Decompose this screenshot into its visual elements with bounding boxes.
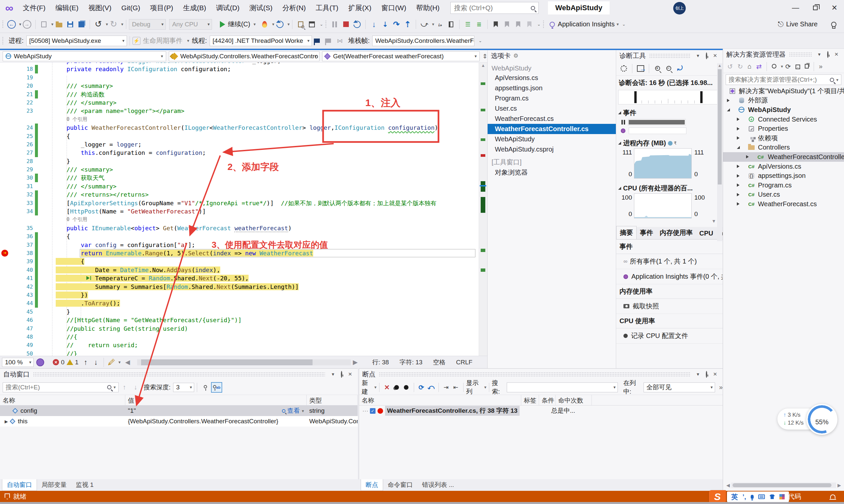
- tree-item[interactable]: 依赖项: [723, 133, 844, 143]
- pending-changes-filter-icon[interactable]: [772, 62, 776, 70]
- code-line[interactable]: 25 {: [0, 132, 479, 140]
- undo-button[interactable]: ↺: [93, 19, 104, 30]
- panel-tab[interactable]: 命令窗口: [383, 479, 417, 491]
- open-document-item[interactable]: ApiVersions.cs: [488, 73, 616, 83]
- live-share-presence-icon[interactable]: [36, 358, 44, 366]
- codelens-row[interactable]: 0 个引用: [0, 215, 479, 224]
- thread-dropdown[interactable]: [44240] .NET ThreadPool Worke▾: [210, 36, 312, 46]
- show-all-files-icon[interactable]: [805, 62, 809, 70]
- toggle-bookmark-button[interactable]: [490, 19, 501, 30]
- live-share-button[interactable]: ⎋ Live Share: [778, 20, 817, 29]
- diag-export-button[interactable]: [635, 63, 646, 74]
- chevron-right-icon[interactable]: [737, 193, 740, 196]
- solution-search-input[interactable]: 搜索解决方案资源管理器(Ctrl+;) ▾: [726, 74, 841, 85]
- tree-item[interactable]: C#WeatherForecastController.cs: [723, 152, 844, 162]
- hscroll-left-icon[interactable]: ◀: [125, 358, 130, 366]
- prev-bookmark-button[interactable]: [501, 19, 513, 30]
- code-line[interactable]: 44 .ToArray();: [0, 299, 479, 307]
- menu-item[interactable]: 调试(D): [211, 0, 244, 16]
- close-button[interactable]: ✕: [825, 0, 844, 16]
- go-to-source-icon[interactable]: ⇥: [442, 382, 451, 393]
- lifecycle-events-button[interactable]: 生命周期事件: [143, 36, 183, 45]
- code-line[interactable]: 29 /// <summary>: [0, 165, 479, 174]
- expander-icon[interactable]: ▶: [5, 419, 8, 424]
- pin-values-ab-button[interactable]: ab: [211, 382, 222, 393]
- tree-item[interactable]: +Connected Services: [723, 115, 844, 124]
- code-line[interactable]: 40 Date = DateTime.Now.AddDays(index),: [0, 266, 479, 274]
- iis-express-button[interactable]: [306, 19, 317, 30]
- diagnostics-scrollbar[interactable]: ▲: [717, 63, 722, 241]
- save-button[interactable]: [65, 19, 76, 30]
- next-bookmark-button[interactable]: [513, 19, 524, 30]
- diag-zoom-out-button[interactable]: −: [663, 63, 674, 74]
- chevron-right-icon[interactable]: [737, 165, 740, 168]
- code-line[interactable]: 36 {: [0, 232, 479, 240]
- find-in-code-button[interactable]: [295, 19, 306, 30]
- diag-zoom-in-button[interactable]: +: [652, 63, 663, 74]
- memory-section-header[interactable]: 进程内存 (MB) ₹: [616, 137, 723, 148]
- cpu-section-header[interactable]: CPU (所有处理器的百...: [616, 182, 723, 193]
- export-breakpoints-icon[interactable]: ⟳: [416, 382, 426, 393]
- minimize-button[interactable]: —: [786, 0, 805, 16]
- open-document-item[interactable]: WeatherForecastController.cs: [488, 124, 616, 134]
- go-to-disassembly-icon[interactable]: ⇤: [451, 382, 461, 393]
- tree-item[interactable]: 外部源: [723, 96, 844, 105]
- codelens-references[interactable]: 0 个引用: [0, 115, 479, 124]
- code-line[interactable]: 17 private readonly ILogger<WeatherForec…: [0, 62, 479, 65]
- diag-settings-button[interactable]: [618, 63, 630, 74]
- pin-icon[interactable]: [702, 372, 711, 377]
- pin-icon[interactable]: [702, 53, 711, 59]
- breakpoint-hit-icon[interactable]: ➜: [1, 250, 8, 257]
- step-into-button[interactable]: ⇣: [379, 19, 391, 30]
- code-line[interactable]: 19: [0, 73, 479, 82]
- code-line[interactable]: 43 }): [0, 291, 479, 299]
- events-section-header[interactable]: 事件: [616, 106, 723, 118]
- breakpoint-checkbox[interactable]: ✓: [370, 408, 376, 414]
- close-icon[interactable]: ✕: [346, 371, 355, 377]
- search-down-icon[interactable]: ↓: [130, 382, 141, 393]
- column-condition[interactable]: 条件: [539, 395, 555, 405]
- run-to-cursor-button[interactable]: ⭟: [434, 19, 445, 30]
- take-snapshot-link[interactable]: 截取快照: [616, 299, 723, 314]
- code-line[interactable]: 47 //public string Get(string userid): [0, 324, 479, 333]
- show-next-statement-button[interactable]: ↓: [368, 19, 379, 30]
- menu-item[interactable]: 分析(N): [277, 0, 311, 16]
- step-over-button[interactable]: ↷: [391, 19, 402, 30]
- window-menu-icon[interactable]: ▾: [815, 51, 824, 57]
- menu-item[interactable]: 帮助(H): [411, 0, 444, 16]
- flag-gray-button[interactable]: [323, 36, 334, 46]
- chevron-right-icon[interactable]: [737, 183, 740, 187]
- code-line[interactable]: 42 Summary = Summaries[Random.Shared.Nex…: [0, 283, 479, 291]
- diagnostics-timeline[interactable]: [618, 90, 719, 104]
- collapse-all-icon[interactable]: −: [795, 62, 800, 70]
- open-document-item[interactable]: appsettings.json: [488, 83, 616, 93]
- code-line[interactable]: 23 /// <param name="logger"></param>: [0, 107, 479, 115]
- quick-search-input[interactable]: 搜索 (Ctrl+Q): [450, 2, 539, 14]
- pause-button[interactable]: [329, 19, 340, 30]
- column-hitcount[interactable]: 命中次数: [555, 395, 592, 405]
- codelens-references[interactable]: 0 个引用: [0, 215, 479, 224]
- chevron-down-icon[interactable]: [727, 108, 730, 111]
- window-menu-icon[interactable]: ▾: [694, 53, 702, 59]
- chevron-right-icon[interactable]: [737, 118, 740, 121]
- code-line[interactable]: 38 return Enumerable.Range(1, 5).Select(…: [0, 249, 479, 257]
- open-file-button[interactable]: [53, 19, 65, 30]
- autos-search-input[interactable]: 搜索(Ctrl+E)▾: [3, 382, 119, 392]
- tree-item[interactable]: WebApiStudy: [723, 105, 844, 115]
- chevron-right-icon[interactable]: [737, 127, 740, 130]
- open-document-item[interactable]: User.cs: [488, 104, 616, 114]
- project-dropdown[interactable]: WebApiStudy▾: [3, 51, 166, 61]
- code-line[interactable]: 39 {: [0, 257, 479, 266]
- hscroll-right-icon[interactable]: ▶: [353, 358, 358, 366]
- avatar[interactable]: 创上: [673, 2, 686, 15]
- menu-item[interactable]: 窗口(W): [376, 0, 411, 16]
- split-editor-icon[interactable]: ⇕: [482, 53, 487, 60]
- code-line[interactable]: 26 _logger = logger;: [0, 140, 479, 148]
- solution-platform-dropdown[interactable]: Any CPU▾: [169, 19, 212, 30]
- code-line[interactable]: 50 //}: [0, 349, 479, 356]
- toolbar-overflow-icon[interactable]: »: [819, 62, 823, 70]
- autos-row-config[interactable]: config "1" 查看▾ string: [0, 406, 358, 416]
- apply-code-changes-button[interactable]: [274, 19, 286, 30]
- attach-process-button[interactable]: [445, 19, 457, 30]
- menu-item[interactable]: 工具(T): [311, 0, 344, 16]
